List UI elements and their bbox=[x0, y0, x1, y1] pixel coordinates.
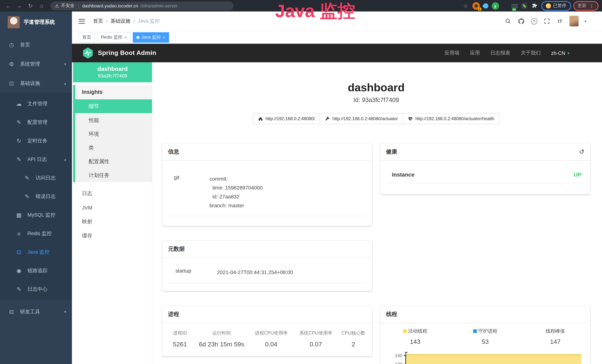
sidebar-item-redis-monitor[interactable]: ≡ Redis 监控 bbox=[0, 224, 72, 243]
update-button[interactable]: 更新 ⋮ bbox=[573, 1, 598, 11]
search-icon[interactable] bbox=[505, 17, 512, 25]
update-label: 更新 bbox=[578, 3, 586, 9]
security-label[interactable]: 不安全 bbox=[61, 3, 75, 9]
sidebar-item-file-mgmt[interactable]: ☁ 文件管理 bbox=[0, 95, 72, 113]
extension-grid-icon[interactable] bbox=[501, 2, 509, 10]
avatar-caret-icon[interactable]: ▾ bbox=[585, 19, 586, 23]
active-dot bbox=[137, 36, 140, 39]
sidebar-item-java-monitor[interactable]: ⊡ Java 监控 bbox=[0, 243, 72, 261]
sba-item-jvm[interactable]: JVM bbox=[73, 201, 152, 215]
github-icon[interactable] bbox=[517, 17, 525, 25]
user-avatar[interactable] bbox=[569, 16, 579, 27]
browser-menu-icon[interactable]: ⋮ bbox=[589, 3, 594, 8]
card-info-title: 信息 bbox=[168, 148, 179, 155]
chevron-down-icon: ▾ bbox=[64, 310, 66, 314]
sidebar-item-tracing[interactable]: ◉ 链路追踪 bbox=[0, 261, 72, 280]
card-info: 信息 git commit: time: 1596289704000 id: 2… bbox=[162, 143, 372, 226]
back-icon[interactable]: ← bbox=[4, 1, 13, 10]
sba-item-environment[interactable]: 环境 bbox=[75, 127, 152, 141]
extensions-puzzle-icon[interactable] bbox=[530, 1, 539, 10]
peak-threads-value: 147 bbox=[520, 338, 590, 346]
extension-on-icon[interactable]: on bbox=[511, 2, 518, 10]
heartbeat-icon bbox=[408, 116, 413, 121]
home-icon bbox=[258, 116, 263, 121]
breadcrumb-home[interactable]: 首页 bbox=[93, 18, 103, 24]
sba-instance-header[interactable]: dashboard 93a3fc7f7409 bbox=[73, 62, 152, 82]
chevron-up-icon: ▴ bbox=[64, 82, 66, 85]
extension-orange-icon[interactable]: 1 bbox=[472, 2, 480, 10]
sba-item-scheduled-tasks[interactable]: 计划任务 bbox=[75, 168, 152, 182]
monitor-icon: ⊡ bbox=[15, 249, 23, 256]
sidebar-item-system-mgmt[interactable]: ⚙ 系统管理 ▾ bbox=[0, 54, 72, 74]
sidebar-item-infrastructure[interactable]: ⊡ 基础设施 ▴ bbox=[0, 74, 72, 93]
tab-redis-monitor[interactable]: Redis 监控 × bbox=[97, 32, 130, 43]
sidebar-item-scheduled-jobs[interactable]: ↻ 定时任务 bbox=[0, 132, 72, 150]
sba-nav-applications[interactable]: 应用 bbox=[470, 50, 480, 56]
address-bar[interactable]: ⚠ 不安全 dashboard.yudao.iocoder.cn/infra/a… bbox=[50, 1, 234, 10]
sidebar-item-access-logs[interactable]: ✎ 访问日志 bbox=[0, 169, 72, 187]
briefcase-icon: ⊟ bbox=[7, 309, 16, 315]
help-icon[interactable]: ? bbox=[530, 17, 538, 25]
sba-brand[interactable]: Spring Boot Admin bbox=[98, 49, 156, 57]
sba-item-metrics[interactable]: 性能 bbox=[75, 114, 152, 127]
fullscreen-icon[interactable] bbox=[543, 17, 551, 25]
app-logo-row[interactable]: 芋道管理系统 bbox=[0, 11, 72, 32]
extension-pin-icon[interactable] bbox=[482, 2, 489, 10]
sidebar-item-config-mgmt[interactable]: ✎ 配置管理 bbox=[0, 113, 72, 132]
sba-header: Spring Boot Admin 应用墙 应用 日志报表 关于我们 zh-CN… bbox=[72, 44, 602, 62]
health-url-button[interactable]: http://192.168.0.2:48080/actuator/health bbox=[403, 113, 499, 124]
legend-yellow-swatch bbox=[403, 329, 407, 333]
url-path[interactable]: /infra/admin-server bbox=[140, 3, 177, 8]
forward-icon[interactable]: → bbox=[15, 1, 24, 10]
eye-icon: ◉ bbox=[15, 268, 23, 274]
tab-java-monitor[interactable]: Java 监控 × bbox=[133, 32, 169, 43]
git-id-line: id: 27aa832 bbox=[210, 192, 363, 201]
url-host[interactable]: dashboard.yudao.iocoder.cn bbox=[82, 3, 138, 8]
info-row-git: git commit: time: 1596289704000 id: 27aa… bbox=[168, 169, 366, 216]
sba-item-logs[interactable]: 日志 bbox=[73, 187, 152, 201]
breadcrumb-infrastructure[interactable]: 基础设施 bbox=[110, 18, 130, 24]
sba-nav-about[interactable]: 关于我们 bbox=[521, 50, 541, 56]
page-title: dashboard bbox=[162, 81, 590, 94]
home-icon[interactable]: ⌂ bbox=[37, 1, 46, 10]
sba-logo-icon bbox=[82, 47, 93, 59]
sidebar-item-dev-tools[interactable]: ⊟ 研发工具 ▾ bbox=[0, 302, 72, 321]
health-row-instance[interactable]: Instance UP bbox=[386, 166, 584, 183]
history-icon[interactable]: ↺ bbox=[579, 149, 585, 155]
legend-live-threads: 活动线程 143 bbox=[380, 328, 450, 346]
edit-icon: ✎ bbox=[15, 119, 23, 126]
close-icon[interactable]: × bbox=[124, 35, 127, 40]
tab-home[interactable]: 首页 bbox=[79, 32, 95, 43]
sidebar-item-home[interactable]: ◷ 首页 bbox=[0, 35, 72, 54]
sidebar-item-mysql-monitor[interactable]: ▦ MySQL 监控 bbox=[0, 206, 72, 224]
threads-area-chart: 140 120 100 bbox=[389, 351, 581, 364]
sba-item-caches[interactable]: 缓存 bbox=[73, 229, 152, 243]
bookmark-star-icon[interactable]: ☆ bbox=[461, 1, 470, 10]
log-icon: ✎ bbox=[15, 156, 23, 163]
font-size-icon[interactable]: tT bbox=[556, 17, 564, 25]
sba-item-mappings[interactable]: 映射 bbox=[73, 215, 152, 229]
warning-icon: ⚠ bbox=[55, 3, 59, 8]
sidebar-item-log-center[interactable]: ✎ 日志中心 bbox=[0, 280, 72, 299]
reload-icon[interactable]: ↻ bbox=[26, 1, 35, 10]
sba-locale-select[interactable]: zh-CN ▾ bbox=[551, 50, 569, 56]
hamburger-icon[interactable] bbox=[79, 19, 85, 23]
paused-profile-chip[interactable]: 已暂停 bbox=[541, 1, 571, 11]
sba-item-details[interactable]: 细节 bbox=[75, 99, 152, 114]
threads-legend: 活动线程 143 守护进程 53 线程峰值 14 bbox=[380, 323, 590, 346]
service-url-button[interactable]: http://192.168.0.2:48080/ bbox=[253, 113, 320, 124]
sba-item-config-props[interactable]: 配置属性 bbox=[75, 155, 152, 168]
sidebar-item-api-logs[interactable]: ✎ API 日志 ▴ bbox=[0, 150, 72, 169]
sba-item-classes[interactable]: 类 bbox=[75, 141, 152, 155]
close-icon[interactable]: × bbox=[163, 35, 165, 40]
sidebar-item-error-logs[interactable]: ✎ 错误日志 bbox=[0, 187, 72, 206]
extension-leaf-icon[interactable] bbox=[520, 2, 528, 10]
metadata-label: startup bbox=[175, 268, 217, 277]
actuator-url-button[interactable]: http://192.168.0.2:48080/actuator bbox=[320, 113, 403, 124]
log-icon: ✎ bbox=[23, 193, 31, 200]
app-sidebar: 芋道管理系统 ◷ 首页 ⚙ 系统管理 ▾ ⊡ 基础设施 ▴ bbox=[0, 11, 72, 364]
sba-nav-journal[interactable]: 日志报表 bbox=[490, 50, 510, 56]
sba-nav-wallboard[interactable]: 应用墙 bbox=[444, 50, 459, 56]
card-health-title: 健康 bbox=[386, 148, 397, 155]
extension-video-icon[interactable]: y bbox=[492, 2, 499, 10]
